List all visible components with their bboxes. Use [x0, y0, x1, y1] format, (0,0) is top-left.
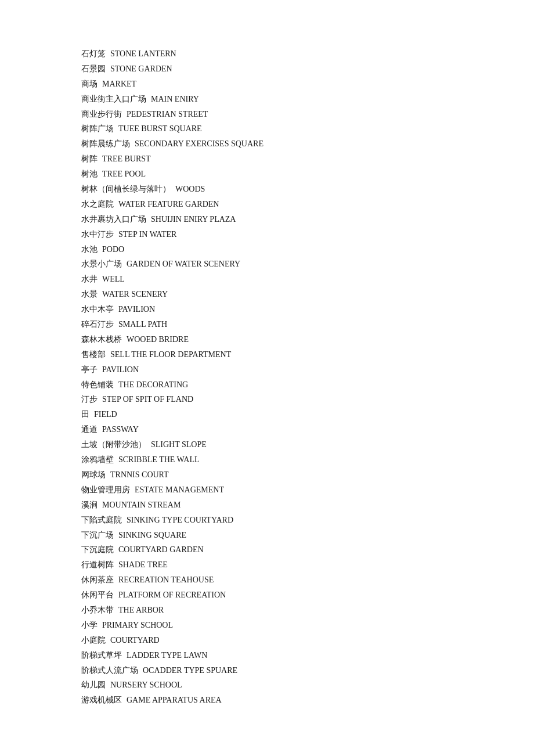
chinese-label: 商场	[81, 80, 98, 88]
english-label: STONE GARDEN	[110, 64, 172, 73]
chinese-label: 商业街主入口广场	[81, 95, 146, 103]
chinese-label: 幼儿园	[81, 681, 106, 689]
chinese-label: 休闲平台	[81, 591, 114, 599]
chinese-label: 树阵晨练广场	[81, 139, 130, 148]
english-label: TREE BURST	[102, 154, 151, 163]
list-item: 石景园STONE GARDEN	[81, 62, 453, 77]
english-label: STONE LANTERN	[110, 49, 176, 58]
chinese-label: 水景	[81, 290, 98, 298]
list-item: 树阵晨练广场SECONDARY EXERCISES SQUARE	[81, 136, 453, 152]
english-label: MARKET	[102, 80, 136, 88]
english-label: COURTYARD GARDEN	[118, 545, 204, 554]
chinese-label: 树阵广场	[81, 124, 114, 133]
english-label: SECONDARY EXERCISES SQUARE	[135, 139, 264, 148]
list-item: 休闲茶座RECREATION TEAHOUSE	[81, 573, 453, 588]
chinese-label: 石景园	[81, 64, 106, 73]
english-label: THE ARBOR	[118, 606, 164, 614]
list-item: 阶梯式草坪LADDER TYPE LAWN	[81, 648, 453, 663]
list-item: 阶梯式人流广场OCADDER TYPE SPUARE	[81, 663, 453, 678]
chinese-label: 下陷式庭院	[81, 516, 122, 524]
english-label: PASSWAY	[102, 425, 139, 434]
english-label: TRNNIS COURT	[110, 470, 169, 479]
english-label: WATER SCENERY	[102, 290, 168, 298]
list-item: 商业街主入口广场MAIN ENIRY	[81, 92, 453, 107]
list-item: 休闲平台PLATFORM OF RECREATION	[81, 588, 453, 603]
list-item: 森林木栈桥WOOED BRIDRE	[81, 332, 453, 347]
list-item: 游戏机械区GAME APPARATUS AREA	[81, 693, 453, 708]
english-label: SINKING SQUARE	[118, 531, 186, 539]
chinese-label: 阶梯式草坪	[81, 651, 122, 660]
list-item: 树池TREE POOL	[81, 167, 453, 182]
english-label: SMALL PATH	[118, 320, 167, 329]
list-item: 土坡（附带沙池）SLIGHT SLOPE	[81, 437, 453, 452]
list-item: 售楼部SELL THE FLOOR DEPARTMENT	[81, 347, 453, 362]
english-label: PLATFORM OF RECREATION	[118, 591, 226, 599]
chinese-label: 小乔木带	[81, 606, 114, 614]
chinese-label: 汀步	[81, 395, 98, 404]
chinese-label: 物业管理用房	[81, 485, 130, 494]
english-label: WOODS	[175, 185, 205, 193]
chinese-label: 田	[81, 410, 89, 419]
list-item: 下陷式庭院SINKING TYPE COURTYARD	[81, 513, 453, 528]
list-item: 水之庭院WATER FEATURE GARDEN	[81, 197, 453, 212]
english-label: COURTYARD	[110, 636, 160, 645]
legend-list: 石灯笼STONE LANTERN石景园STONE GARDEN商场MARKET商…	[81, 46, 453, 708]
chinese-label: 水池	[81, 245, 98, 254]
list-item: 树林（间植长绿与落叶）WOODS	[81, 182, 453, 197]
chinese-label: 下沉庭院	[81, 545, 114, 554]
chinese-label: 特色铺装	[81, 380, 114, 389]
chinese-label: 水之庭院	[81, 200, 114, 208]
english-label: SHUIJIN ENIRY PLAZA	[151, 215, 236, 224]
list-item: 小乔木带THE ARBOR	[81, 603, 453, 618]
chinese-label: 小学	[81, 621, 98, 629]
english-label: SHADE TREE	[118, 560, 168, 569]
chinese-label: 售楼部	[81, 350, 106, 359]
list-item: 树阵TREE BURST	[81, 152, 453, 167]
list-item: 水中木亭PAVILION	[81, 302, 453, 317]
english-label: SELL THE FLOOR DEPARTMENT	[110, 350, 231, 359]
chinese-label: 休闲茶座	[81, 575, 114, 584]
list-item: 水景WATER SCENERY	[81, 287, 453, 302]
list-item: 汀步STEP OF SPIT OF FLAND	[81, 392, 453, 407]
list-item: 下沉广场SINKING SQUARE	[81, 528, 453, 543]
list-item: 小学PRIMARY SCHOOL	[81, 618, 453, 633]
english-label: SCRIBBLE THE WALL	[118, 455, 200, 464]
chinese-label: 水中汀步	[81, 230, 114, 239]
chinese-label: 碎石汀步	[81, 320, 114, 329]
english-label: PEDESTRIAN STREET	[127, 110, 208, 118]
english-label: WELL	[102, 275, 125, 283]
chinese-label: 水井裹坊入口广场	[81, 215, 146, 224]
list-item: 树阵广场TUEE BURST SQUARE	[81, 121, 453, 136]
list-item: 亭子PAVILION	[81, 362, 453, 377]
chinese-label: 商业步行街	[81, 110, 122, 118]
list-item: 石灯笼STONE LANTERN	[81, 46, 453, 62]
english-label: SLIGHT SLOPE	[151, 440, 207, 449]
chinese-label: 游戏机械区	[81, 696, 122, 704]
chinese-label: 网球场	[81, 470, 106, 479]
chinese-label: 行道树阵	[81, 560, 114, 569]
english-label: GARDEN OF WATER SCENERY	[127, 260, 240, 268]
chinese-label: 树池	[81, 170, 98, 178]
list-item: 水池PODO	[81, 242, 453, 257]
english-label: WOOED BRIDRE	[127, 335, 189, 344]
chinese-label: 阶梯式人流广场	[81, 666, 138, 675]
list-item: 商业步行街PEDESTRIAN STREET	[81, 107, 453, 122]
english-label: TUEE BURST SQUARE	[118, 124, 202, 133]
english-label: FIELD	[94, 410, 117, 419]
english-label: PAVILION	[118, 305, 155, 314]
list-item: 水井WELL	[81, 272, 453, 287]
chinese-label: 树林（间植长绿与落叶）	[81, 185, 171, 193]
english-label: MAIN ENIRY	[151, 95, 199, 103]
english-label: THE DECORATING	[118, 380, 188, 389]
english-label: WATER FEATURE GARDEN	[118, 200, 219, 208]
chinese-label: 亭子	[81, 365, 98, 374]
list-item: 水井裹坊入口广场SHUIJIN ENIRY PLAZA	[81, 212, 453, 227]
english-label: RECREATION TEAHOUSE	[118, 575, 214, 584]
chinese-label: 水景小广场	[81, 260, 122, 268]
list-item: 小庭院COURTYARD	[81, 633, 453, 648]
list-item: 商场MARKET	[81, 77, 453, 92]
list-item: 幼儿园NURSERY SCHOOL	[81, 678, 453, 693]
english-label: OCADDER TYPE SPUARE	[143, 666, 237, 675]
list-item: 物业管理用房ESTATE MANAGEMENT	[81, 483, 453, 498]
chinese-label: 涂鸦墙壁	[81, 455, 114, 464]
